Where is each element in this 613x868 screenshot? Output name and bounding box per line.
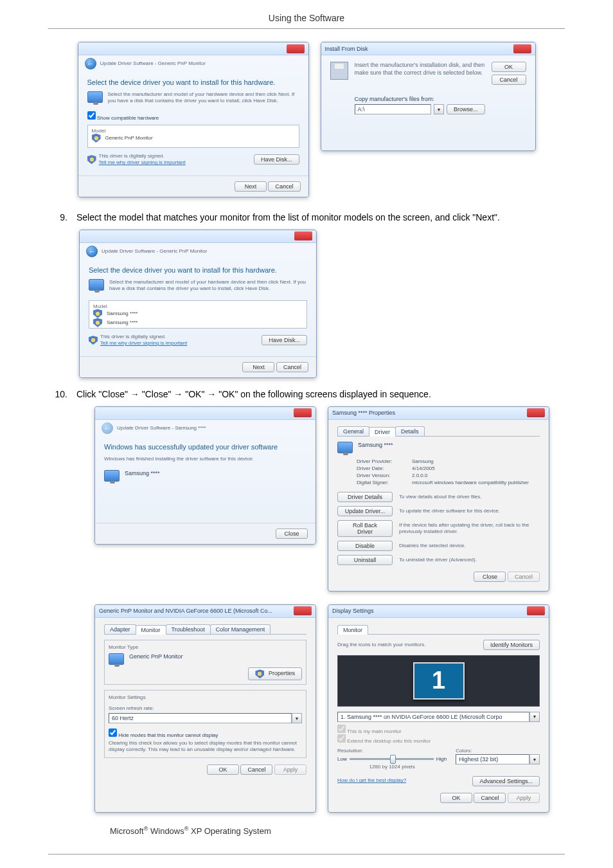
next-button[interactable]: Next (235, 181, 267, 192)
tab-monitor[interactable]: Monitor (337, 625, 368, 635)
browse-button[interactable]: Browse... (447, 104, 485, 114)
back-icon[interactable]: ← (86, 246, 98, 257)
chevron-down-icon[interactable]: ▼ (529, 712, 540, 722)
dialog-heading: Select the device driver you want to ins… (89, 266, 307, 274)
date-label: Driver Date: (357, 466, 407, 471)
resolution-slider[interactable] (350, 758, 434, 760)
close-icon[interactable] (527, 408, 545, 417)
version-value: 2.0.0.0 (412, 473, 540, 478)
cancel-button[interactable]: Cancel (268, 181, 300, 192)
ok-button[interactable]: OK (207, 764, 239, 775)
monitor-type-value: Generic PnP Monitor (129, 653, 302, 660)
close-icon[interactable] (294, 408, 312, 417)
provider-value: Samsung (412, 458, 540, 464)
back-icon[interactable]: ← (85, 58, 96, 69)
model-list[interactable]: Model Samsung **** Samsung **** (89, 300, 307, 329)
shield-icon (93, 309, 102, 318)
tabs: Adapter Monitor Troubleshoot Color Manag… (104, 624, 306, 635)
model-item[interactable]: Generic PnP Monitor (105, 135, 153, 141)
signing-link[interactable]: Tell me why driver signing is important (99, 159, 186, 166)
shield-icon (89, 336, 98, 345)
dialog-subtitle: Update Driver Software - Generic PnP Mon… (100, 60, 206, 67)
dialog-title: Display Settings (332, 608, 374, 614)
monitor-icon (87, 91, 103, 103)
display-preview[interactable]: 1 (337, 655, 540, 707)
tab-monitor[interactable]: Monitor (136, 625, 166, 635)
properties-button[interactable]: Properties (248, 667, 302, 680)
disable-button[interactable]: Disable (337, 541, 393, 551)
chevron-down-icon[interactable]: ▼ (529, 754, 540, 764)
step-number: 9. (48, 210, 67, 224)
floppy-icon (330, 62, 348, 80)
dialog-subtitle: Update Driver Software - Generic PnP Mon… (102, 248, 207, 255)
hide-modes-checkbox[interactable] (109, 728, 117, 737)
show-compatible-checkbox[interactable] (87, 111, 96, 120)
tab-adapter[interactable]: Adapter (104, 624, 136, 634)
copy-label: Copy manufacturer's files from: (355, 96, 485, 102)
shield-icon (93, 318, 102, 327)
tab-details[interactable]: Details (395, 426, 425, 436)
chevron-down-icon[interactable]: ▼ (292, 713, 302, 723)
identify-button[interactable]: Identify Monitors (483, 640, 540, 650)
page-title: Using the Software (0, 0, 613, 28)
monitor-settings-label: Monitor Settings (109, 694, 302, 701)
tab-driver[interactable]: Driver (369, 427, 396, 437)
shield-icon (87, 155, 96, 164)
model-item[interactable]: Samsung **** (107, 320, 138, 325)
signed-text: This driver is digitally signed. (100, 334, 187, 340)
model-header: Model (93, 303, 303, 309)
colors-select[interactable]: Highest (32 bit) (456, 754, 529, 764)
advanced-button[interactable]: Advanced Settings... (472, 776, 540, 786)
model-list[interactable]: Model Generic PnP Monitor (87, 125, 299, 148)
tab-color[interactable]: Color Management (210, 624, 271, 634)
tab-general[interactable]: General (337, 426, 369, 436)
drag-instruction: Drag the icons to match your monitors. (337, 642, 479, 648)
tab-troubleshoot[interactable]: Troubleshoot (166, 624, 211, 634)
monitor-select[interactable]: 1. Samsung **** on NVIDIA GeForce 6600 L… (337, 712, 529, 722)
success-sub: Windows has finished installing the driv… (104, 456, 306, 462)
refresh-select[interactable]: 60 Hertz (109, 713, 292, 723)
dialog-subtitle: Update Driver Software - Samsung **** (117, 425, 206, 431)
ok-button[interactable]: OK (492, 62, 526, 72)
monitor-icon (89, 279, 104, 291)
close-icon[interactable] (287, 44, 305, 53)
disable-desc: Disables the selected device. (399, 543, 540, 549)
uninstall-button[interactable]: Uninstall (337, 555, 393, 565)
next-button[interactable]: Next (242, 362, 274, 372)
cancel-button[interactable]: Cancel (492, 75, 526, 85)
close-button[interactable]: Close (276, 529, 308, 539)
cancel-button[interactable]: Cancel (508, 572, 540, 582)
monitor-tab-dialog: Generic PnP Monitor and NVIDIA GeForce 6… (94, 604, 316, 813)
cancel-button[interactable]: Cancel (240, 764, 272, 775)
path-field[interactable]: A:\ (355, 104, 431, 114)
cancel-button[interactable]: Cancel (276, 362, 308, 372)
cancel-button[interactable]: Cancel (474, 793, 506, 803)
step-10: 10. Click "Close" → "Close" → "OK" → "OK… (48, 387, 565, 401)
apply-button[interactable]: Apply (508, 793, 540, 803)
best-display-link[interactable]: How do I get the best display? (337, 777, 472, 784)
close-button[interactable]: Close (474, 572, 506, 582)
signing-link[interactable]: Tell me why driver signing is important (100, 340, 187, 347)
model-header: Model (92, 128, 295, 134)
hide-modes-label: Hide modes that this monitor cannot disp… (118, 732, 218, 738)
model-item[interactable]: Samsung **** (107, 311, 138, 316)
display-number[interactable]: 1 (413, 662, 465, 700)
back-icon: ← (102, 422, 113, 434)
apply-button[interactable]: Apply (274, 764, 306, 775)
have-disk-button[interactable]: Have Disk... (254, 154, 299, 165)
show-compatible-label: Show compatible hardware (97, 115, 159, 121)
close-icon[interactable] (513, 44, 531, 53)
driver-details-button[interactable]: Driver Details (337, 492, 393, 502)
update-driver-dialog: ← Update Driver Software - Generic PnP M… (78, 42, 309, 197)
device-name: Samsung **** (358, 442, 393, 448)
close-icon[interactable] (527, 606, 545, 615)
ok-button[interactable]: OK (440, 793, 472, 803)
update-driver-button[interactable]: Update Driver... (337, 506, 393, 516)
rollback-button[interactable]: Roll Back Driver (337, 520, 393, 537)
dialog-title: Install From Disk (325, 46, 368, 52)
close-icon[interactable] (294, 606, 312, 615)
have-disk-button[interactable]: Have Disk... (262, 335, 307, 345)
chevron-down-icon[interactable]: ▼ (434, 104, 444, 114)
close-icon[interactable] (294, 231, 312, 240)
res-low: Low (337, 756, 347, 762)
